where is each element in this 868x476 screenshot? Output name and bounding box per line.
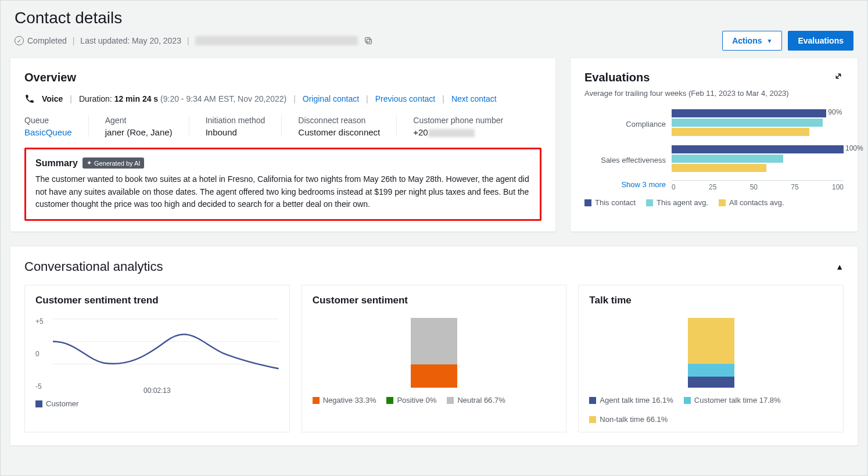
redacted-id: [195, 36, 358, 45]
actions-button[interactable]: Actions ▼: [722, 31, 782, 51]
meta-disc-label: Disconnect reason: [298, 116, 380, 125]
svg-rect-1: [365, 38, 370, 42]
meta-phone: Customer phone number +20: [413, 116, 503, 137]
meta-queue-value[interactable]: BasicQueue: [24, 127, 72, 137]
legend-talk-cust: Customer talk time 17.8%: [694, 396, 781, 405]
meta-phone-label: Customer phone number: [413, 116, 503, 125]
eval-val-1: 100%: [845, 144, 863, 152]
legend-pos: Positive 0%: [397, 396, 436, 405]
evaluations-legend: This contact This agent avg. All contact…: [584, 198, 844, 207]
legend-customer: Customer: [46, 399, 78, 408]
meta-agent-value: janer (Roe, Jane): [105, 127, 173, 137]
summary-box: Summary ✦ Generated by AI The customer w…: [24, 148, 541, 221]
meta-agent-label: Agent: [105, 116, 173, 125]
card-sentiment-trend-title: Customer sentiment trend: [35, 295, 279, 306]
status-label: Completed: [27, 36, 67, 45]
legend-talk-agent: Agent talk time 16.1%: [600, 396, 673, 405]
divider: |: [187, 36, 189, 45]
duration-label: Duration:: [79, 94, 112, 103]
meta-disc-value: Customer disconnect: [298, 127, 380, 137]
meta-grid: Queue BasicQueue Agent janer (Roe, Jane)…: [24, 116, 541, 137]
card-talk-time-title: Talk time: [589, 295, 833, 306]
summary-title: Summary: [35, 158, 78, 169]
phone-icon: [24, 94, 35, 104]
analytics-title: Conversational analytics: [24, 259, 163, 274]
phone-prefix: +20: [413, 127, 428, 137]
evaluations-panel: Evaluations Average for trailing four we…: [570, 58, 858, 232]
legend-talk-non: Non-talk time 66.1%: [600, 415, 668, 424]
legend-all: All contacts avg.: [729, 198, 784, 207]
eval-row-1: 100%: [672, 142, 844, 178]
evaluations-button-label: Evaluations: [798, 36, 844, 45]
last-updated: Last updated: May 20, 2023: [80, 36, 181, 45]
card-customer-sentiment-title: Customer sentiment: [313, 295, 556, 306]
evaluations-subtitle: Average for trailing four weeks (Feb 11,…: [584, 89, 844, 98]
divider: |: [366, 94, 368, 103]
meta-init-value: Inbound: [206, 127, 266, 137]
chevron-up-icon[interactable]: ▲: [835, 262, 844, 271]
divider: |: [442, 94, 444, 103]
eval-cat-1: Sales effectiveness: [584, 142, 666, 178]
header-meta: ✓ Completed | Last updated: May 20, 2023…: [15, 36, 373, 45]
evaluations-chart: Compliance Sales effectiveness Show 3 mo…: [584, 106, 844, 191]
trend-line: [53, 313, 279, 370]
meta-phone-value: +20: [413, 127, 503, 137]
ytick-plus5: +5: [35, 317, 44, 325]
eval-row-0: 90%: [672, 106, 844, 142]
analytics-panel: Conversational analytics ▲ Customer sent…: [10, 246, 858, 446]
show-more-link[interactable]: Show 3 more: [621, 180, 666, 189]
next-contact-link[interactable]: Next contact: [451, 94, 497, 103]
trend-chart: +5 0 -5 00:02:13: [35, 313, 279, 395]
talk-bar: [589, 313, 833, 388]
eval-cat-0: Compliance: [584, 106, 666, 142]
ai-badge: ✦ Generated by AI: [83, 158, 145, 169]
summary-text: The customer wanted to book two suites a…: [35, 173, 530, 211]
eval-axis: 0 25 50 75 100: [672, 180, 844, 191]
page-header: Contact details ✓ Completed | Last updat…: [1, 1, 867, 58]
ytick-minus5: -5: [35, 382, 42, 391]
meta-agent: Agent janer (Roe, Jane): [105, 116, 189, 137]
eval-val-0: 90%: [828, 108, 842, 116]
sentiment-bar: [313, 313, 556, 388]
ytick-zero: 0: [35, 350, 40, 358]
meta-queue-label: Queue: [24, 116, 72, 125]
channel-label: Voice: [42, 94, 63, 103]
duration: Duration: 12 min 24 s (9:20 - 9:34 AM ES…: [79, 94, 286, 103]
meta-init: Initiation method Inbound: [206, 116, 282, 137]
original-contact-link[interactable]: Original contact: [303, 94, 359, 103]
overview-title: Overview: [24, 71, 541, 84]
legend-neg: Negative 33.3%: [323, 396, 376, 405]
card-talk-time: Talk time Agent talk time 16.1% Customer…: [578, 285, 844, 432]
sparkle-icon: ✦: [87, 159, 92, 167]
trend-xlabel: 00:02:13: [144, 386, 171, 395]
legend-neu: Neutral 66.7%: [457, 396, 505, 405]
legend-this: This contact: [595, 198, 636, 207]
actions-label: Actions: [732, 36, 762, 45]
duration-value: 12 min 24 s: [114, 94, 159, 103]
ai-badge-label: Generated by AI: [94, 160, 141, 167]
divider: |: [70, 94, 72, 103]
header-actions: Actions ▼ Evaluations: [722, 31, 853, 51]
status-completed: ✓ Completed: [15, 36, 67, 45]
legend-agent: This agent avg.: [657, 198, 708, 207]
duration-detail: (9:20 - 9:34 AM EST, Nov 20,2022): [160, 94, 286, 103]
meta-disc: Disconnect reason Customer disconnect: [298, 116, 397, 137]
evaluations-title: Evaluations: [584, 71, 650, 84]
voice-row: Voice | Duration: 12 min 24 s (9:20 - 9:…: [24, 94, 541, 104]
expand-icon[interactable]: [833, 71, 844, 81]
meta-queue: Queue BasicQueue: [24, 116, 89, 137]
meta-init-label: Initiation method: [206, 116, 266, 125]
overview-panel: Overview Voice | Duration: 12 min 24 s (…: [10, 58, 556, 232]
divider: |: [293, 94, 296, 103]
check-circle-icon: ✓: [15, 36, 24, 45]
divider: |: [73, 36, 75, 45]
phone-redacted: [428, 129, 475, 137]
page-title: Contact details: [15, 9, 853, 27]
card-customer-sentiment: Customer sentiment Negative 33.3% Positi…: [302, 285, 567, 432]
card-sentiment-trend: Customer sentiment trend +5 0 -5 00:02:1…: [24, 285, 290, 432]
svg-rect-0: [367, 39, 371, 44]
evaluations-button[interactable]: Evaluations: [788, 31, 853, 51]
previous-contact-link[interactable]: Previous contact: [375, 94, 436, 103]
chevron-down-icon: ▼: [767, 38, 773, 44]
copy-icon[interactable]: [364, 36, 373, 45]
